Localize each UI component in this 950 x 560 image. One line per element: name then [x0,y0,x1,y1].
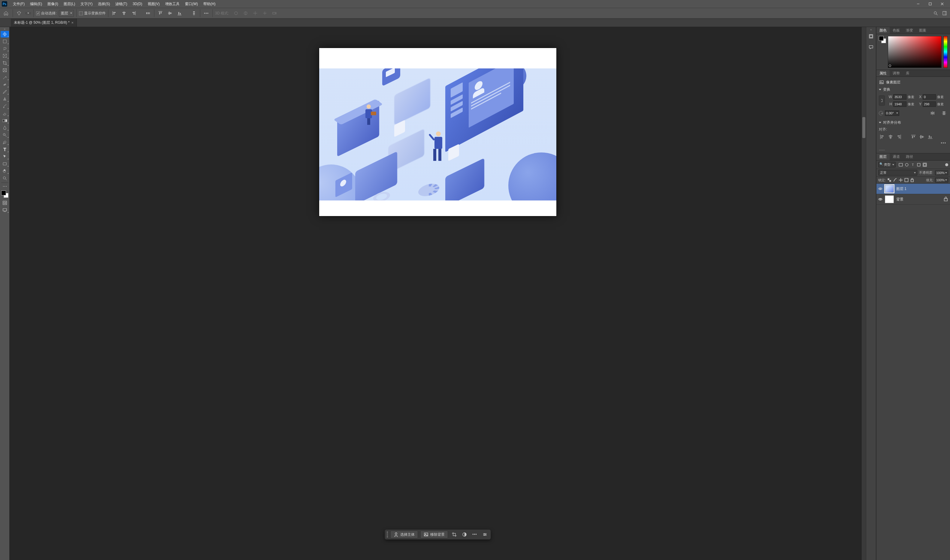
tab-gradients[interactable]: 渐变 [903,27,916,34]
quick-mask-toggle[interactable] [1,200,9,206]
lock-all-icon[interactable] [910,178,914,182]
filter-shape-icon[interactable] [917,163,921,167]
canvas-area[interactable]: 选择主体 移除背景 ••• [9,27,866,560]
move-tool[interactable] [1,31,9,37]
edit-toolbar-icon[interactable] [1,184,9,189]
menu-select[interactable]: 选择(S) [95,0,112,8]
foreground-color[interactable] [1,191,6,195]
layer-item[interactable]: 背景 [876,194,950,205]
link-wh-button[interactable] [879,95,885,106]
dock-expand-grip[interactable] [866,28,876,31]
crop-tool[interactable] [1,60,9,66]
fill-input[interactable]: 100% [935,178,948,183]
layer-name[interactable]: 图层 1 [896,186,907,191]
align-top-icon[interactable] [157,9,164,17]
layer-thumbnail[interactable] [885,195,894,203]
eyedropper-tool[interactable] [1,74,9,81]
align-section-header[interactable]: 对齐并分布 [879,118,948,126]
layer-item[interactable]: 图层 1 [876,184,950,194]
align-left-icon[interactable] [111,9,118,17]
path-select-tool[interactable] [1,153,9,160]
rotation-input[interactable]: 0.00° [885,111,899,116]
visibility-toggle[interactable] [878,187,882,191]
tab-channels[interactable]: 通道 [890,153,903,160]
close-icon[interactable]: × [71,21,74,25]
align-bottom-icon[interactable] [176,9,183,17]
window-minimize-button[interactable] [912,0,924,8]
tab-libraries[interactable]: 库 [903,70,913,77]
document-canvas[interactable] [319,48,556,216]
hand-tool[interactable] [1,168,9,174]
window-maximize-button[interactable] [924,0,936,8]
menu-type[interactable]: 文字(Y) [78,0,95,8]
show-transform-checkbox[interactable]: 显示变换控件 [79,11,106,16]
rectangle-tool[interactable] [1,160,9,167]
filter-type-icon[interactable]: T [911,163,915,167]
filter-pixel-icon[interactable] [899,163,903,167]
layer-list[interactable]: 图层 1 背景 [876,184,950,560]
width-input[interactable]: 3533 [893,94,907,100]
tab-color[interactable]: 颜色 [876,27,890,34]
clone-stamp-tool[interactable] [1,96,9,102]
menu-plugins[interactable]: 增效工具 [162,0,182,8]
type-tool[interactable]: T [1,146,9,153]
layer-thumbnail[interactable] [885,185,894,193]
flip-horizontal-icon[interactable] [929,109,936,117]
menu-layer[interactable]: 图层(L) [61,0,78,8]
document-tab[interactable]: 未标题-1 @ 50% (图层 1, RGB/8) * × [11,18,77,27]
panel-color-swatches[interactable] [879,36,886,43]
tools-expand-grip[interactable] [0,28,9,31]
layer-filter-kind-dropdown[interactable]: 类型 [878,162,896,168]
adjust-icon[interactable] [460,531,468,538]
menu-image[interactable]: 图像(I) [45,0,61,8]
auto-select-checkbox[interactable]: 自动选择: [36,11,57,16]
remove-background-button[interactable]: 移除背景 [420,531,448,538]
align-right-icon[interactable] [130,9,137,17]
y-input[interactable]: 298 [923,102,936,107]
menu-window[interactable]: 窗口(W) [182,0,200,8]
menu-help[interactable]: 帮助(H) [200,0,218,8]
home-button[interactable] [2,9,10,17]
pen-tool[interactable] [1,139,9,146]
tab-adjust[interactable]: 调整 [890,70,903,77]
lock-pixels-icon[interactable] [893,178,897,182]
align-vcenter-icon[interactable] [166,9,174,17]
search-icon[interactable] [932,9,939,17]
gradient-tool[interactable] [1,117,9,124]
visibility-toggle[interactable] [878,197,882,202]
vertical-scrollbar[interactable] [862,27,866,560]
filter-toggle-switch[interactable] [945,163,948,166]
align-left-button[interactable] [879,134,885,140]
tab-properties[interactable]: 属性 [876,70,890,77]
properties-more-icon[interactable]: ••• [879,140,948,146]
menu-3d[interactable]: 3D(D) [130,0,145,8]
tab-swatches[interactable]: 色板 [890,27,903,34]
screen-mode-toggle[interactable] [1,207,9,213]
zoom-tool[interactable] [1,175,9,182]
contextual-task-bar[interactable]: 选择主体 移除背景 ••• [385,529,491,540]
history-panel-icon[interactable] [868,33,875,40]
lock-transparency-icon[interactable] [887,178,891,182]
quick-select-tool[interactable] [1,52,9,59]
tab-patterns[interactable]: 图案 [916,27,929,34]
marquee-tool[interactable] [1,38,9,45]
distribute-v-icon[interactable] [190,9,197,17]
tool-preset-dropdown[interactable] [26,12,31,14]
menu-filter[interactable]: 滤镜(T) [112,0,130,8]
properties-icon[interactable] [481,531,489,538]
auto-select-target-dropdown[interactable]: 图层 [59,10,74,17]
dodge-tool[interactable] [1,132,9,138]
blend-mode-dropdown[interactable]: 正常 [878,170,917,175]
healing-brush-tool[interactable] [1,82,9,88]
more-align-icon[interactable]: ••• [203,9,210,17]
align-hcenter-icon[interactable] [120,9,128,17]
crop-icon[interactable] [450,531,458,538]
filter-adjust-icon[interactable] [905,163,909,167]
align-top-button[interactable] [910,134,917,140]
menu-edit[interactable]: 编辑(E) [27,0,45,8]
select-subject-button[interactable]: 选择主体 [390,531,418,538]
menu-view[interactable]: 视图(V) [145,0,162,8]
tool-preset-icon[interactable] [15,9,23,17]
blur-tool[interactable] [1,125,9,131]
color-swatches[interactable] [1,190,9,198]
